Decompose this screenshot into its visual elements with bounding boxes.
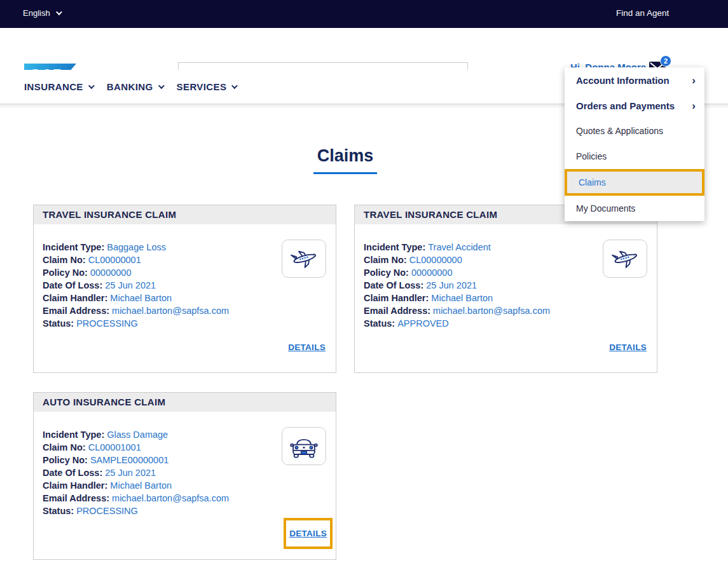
claim-card: TRAVEL INSURANCE CLAIMIncident Type: Tra… [354,205,657,373]
nav-item-label: SERVICES [177,81,227,92]
airplane-icon [282,240,326,278]
field-value: Travel Accident [428,242,491,252]
language-selector[interactable]: English [23,8,60,18]
field-row: Status: PROCESSING [43,505,327,517]
claim-card-body: Incident Type: Baggage LossClaim No: CL0… [34,224,336,372]
field-value: Baggage Loss [107,242,166,252]
menu-item-account-information[interactable]: Account Information› [565,67,704,93]
field-label: Status: [364,318,397,329]
page-title: Claims [317,146,374,166]
car-icon [282,427,326,465]
menu-item-label: Claims [579,177,606,187]
field-row: Status: APPROVED [364,317,648,330]
nav-item-services[interactable]: SERVICES [175,81,238,92]
claim-card-body: Incident Type: Glass DamageClaim No: CL0… [34,412,336,559]
language-label: English [23,8,50,18]
chevron-down-icon [158,83,165,89]
field-row: Email Address: michael.barton@sapfsa.com [364,304,648,317]
nav-item-label: INSURANCE [24,81,83,92]
chevron-right-icon: › [692,100,696,111]
field-value: CL00000001 [88,255,141,265]
menu-item-my-documents[interactable]: My Documents [565,196,704,221]
field-row: Email Address: michael.barton@sapfsa.com [43,304,327,317]
field-row: Date Of Loss: 25 Jun 2021 [43,466,327,479]
chevron-right-icon: › [692,75,696,86]
field-label: Email Address: [364,306,433,316]
field-label: Date Of Loss: [43,280,105,290]
field-value: Glass Damage [107,430,168,440]
field-value: CL00000000 [409,255,462,265]
field-value: 00000000 [90,268,132,278]
field-value: Michael Barton [110,293,172,303]
header: SAP Hi, Donna Moore 2 My Account Logout [0,28,728,70]
airplane-icon [603,240,647,278]
details-link[interactable]: DETAILS [609,343,647,352]
menu-item-label: Orders and Payments [576,100,675,111]
field-value: CL00001001 [88,442,141,452]
menu-item-policies[interactable]: Policies [565,144,704,169]
page-title-wrap: Claims [33,146,657,174]
field-value: 25 Jun 2021 [426,280,477,290]
field-label: Status: [43,506,76,516]
field-value: Michael Barton [431,293,493,303]
nav-item-label: BANKING [107,81,153,92]
menu-item-label: Quotes & Applications [576,126,663,136]
field-label: Policy No: [43,455,90,465]
field-label: Date Of Loss: [43,468,105,478]
nav-item-insurance[interactable]: INSURANCE [23,81,94,92]
mail-badge: 2 [660,55,671,67]
claim-card-title: TRAVEL INSURANCE CLAIM [34,205,336,224]
field-label: Policy No: [43,268,90,278]
claim-card-title: AUTO INSURANCE CLAIM [34,393,336,412]
nav-item-banking[interactable]: BANKING [106,81,164,92]
field-label: Claim Handler: [43,480,110,491]
menu-item-claims[interactable]: Claims [565,169,704,196]
find-an-agent-link[interactable]: Find an Agent [616,8,669,18]
field-row: Claim Handler: Michael Barton [43,479,327,492]
field-row: Date Of Loss: 25 Jun 2021 [364,279,648,292]
details-link[interactable]: DETAILS [288,343,326,352]
field-value: Michael Barton [110,480,172,491]
account-menu: Account Information›Orders and Payments›… [565,67,704,221]
field-label: Incident Type: [43,242,107,252]
field-value: michael.barton@sapfsa.com [112,493,229,503]
field-row: Date Of Loss: 25 Jun 2021 [43,279,327,292]
menu-item-label: My Documents [576,203,635,214]
claim-card-body: Incident Type: Travel AccidentClaim No: … [355,224,657,372]
menu-item-quotes-applications[interactable]: Quotes & Applications [565,118,704,144]
field-value: APPROVED [397,318,449,329]
field-label: Claim Handler: [364,293,431,303]
field-value: michael.barton@sapfsa.com [112,306,229,316]
field-row: Claim Handler: Michael Barton [364,292,648,304]
claim-card: AUTO INSURANCE CLAIMIncident Type: Glass… [33,392,336,560]
claim-card: TRAVEL INSURANCE CLAIMIncident Type: Bag… [33,205,336,373]
field-label: Email Address: [43,493,112,503]
field-value: PROCESSING [76,318,138,329]
field-label: Date Of Loss: [364,280,426,290]
chevron-down-icon [88,83,95,89]
field-value: 25 Jun 2021 [105,280,156,290]
menu-item-label: Account Information [576,75,670,86]
field-label: Policy No: [364,268,411,278]
field-label: Status: [43,318,76,329]
field-row: Claim Handler: Michael Barton [43,292,327,304]
field-label: Email Address: [43,306,112,316]
field-label: Incident Type: [364,242,428,252]
field-row: Email Address: michael.barton@sapfsa.com [43,492,327,505]
details-link[interactable]: DETAILS [284,518,333,549]
field-label: Incident Type: [43,430,107,440]
top-bar: English Find an Agent [0,0,728,28]
field-value: SAMPLE00000001 [90,455,168,465]
field-row: Status: PROCESSING [43,317,327,330]
field-value: michael.barton@sapfsa.com [433,306,550,316]
field-label: Claim No: [364,255,409,265]
field-value: 25 Jun 2021 [105,468,156,478]
field-label: Claim No: [43,442,88,452]
menu-item-orders-and-payments[interactable]: Orders and Payments› [565,93,704,118]
field-label: Claim Handler: [43,293,110,303]
chevron-down-icon [56,9,62,15]
menu-item-label: Policies [576,151,607,161]
title-underline [313,172,377,174]
field-label: Claim No: [43,255,88,265]
field-value: 00000000 [411,268,453,278]
